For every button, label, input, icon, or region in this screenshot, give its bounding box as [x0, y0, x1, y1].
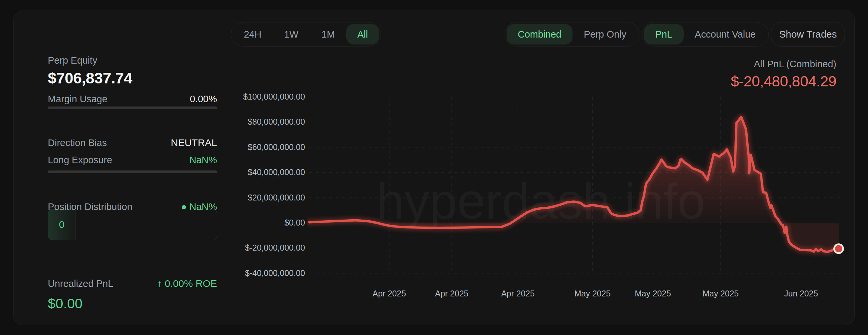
x-axis-label: Apr 2025 — [435, 289, 468, 298]
y-axis-label: $40,000,000.00 — [231, 168, 305, 177]
combined-button[interactable]: Combined — [506, 24, 572, 44]
y-axis: $100,000,000.00$80,000,000.00$60,000,000… — [231, 87, 305, 285]
pnl-summary: All PnL (Combined) $-20,480,804.29 — [731, 59, 836, 90]
y-axis-label: $-20,000,000.00 — [231, 243, 305, 252]
unrealized-pnl-label: Unrealized PnL — [48, 278, 113, 289]
pnl-line-glow — [309, 117, 839, 252]
pnl-summary-label: All PnL (Combined) — [731, 59, 836, 69]
pnl-button[interactable]: PnL — [644, 24, 684, 44]
pnl-chart: hyperdash.info $100,000,000.00$80,000,00… — [231, 87, 847, 318]
metric-toggle-group: PnL Account Value — [642, 22, 769, 47]
mode-toggle-group: Combined Perp Only — [504, 22, 640, 47]
range-1w-button[interactable]: 1W — [272, 24, 310, 44]
roe-up-arrow-icon: ↑ — [157, 278, 162, 289]
y-axis-label: $100,000,000.00 — [231, 92, 305, 101]
time-range-group: 24H 1W 1M All — [231, 22, 381, 47]
stats-sidebar-4: Unrealized PnL ↑ 0.00% ROE $0.00 — [48, 22, 217, 335]
x-axis-label: Apr 2025 — [501, 289, 535, 298]
range-1m-button[interactable]: 1M — [310, 24, 346, 44]
range-all-button[interactable]: All — [346, 24, 379, 44]
perp-only-button[interactable]: Perp Only — [572, 24, 638, 44]
x-axis-label: May 2025 — [635, 289, 671, 298]
y-axis-label: $80,000,000.00 — [231, 117, 305, 127]
x-axis: Apr 2025Apr 2025Apr 2025May 2025May 2025… — [307, 289, 844, 300]
show-trades-button[interactable]: Show Trades — [771, 22, 845, 47]
x-axis-label: Apr 2025 — [373, 289, 406, 298]
account-value-button[interactable]: Account Value — [684, 24, 767, 44]
x-axis-label: Jun 2025 — [784, 289, 818, 298]
y-axis-label: $60,000,000.00 — [231, 143, 305, 152]
range-24h-button[interactable]: 24H — [233, 24, 272, 44]
y-axis-label: $20,000,000.00 — [231, 193, 305, 203]
pnl-plot-svg[interactable] — [307, 89, 844, 280]
x-axis-label: May 2025 — [575, 289, 611, 298]
unrealized-pnl-roe: 0.00% ROE — [165, 278, 217, 289]
unrealized-pnl-value: $0.00 — [48, 296, 83, 312]
x-axis-label: May 2025 — [703, 289, 739, 298]
y-axis-label: $-40,000,000.00 — [231, 268, 305, 278]
y-axis-label: $0.00 — [231, 218, 305, 227]
last-point-marker[interactable] — [834, 244, 843, 253]
